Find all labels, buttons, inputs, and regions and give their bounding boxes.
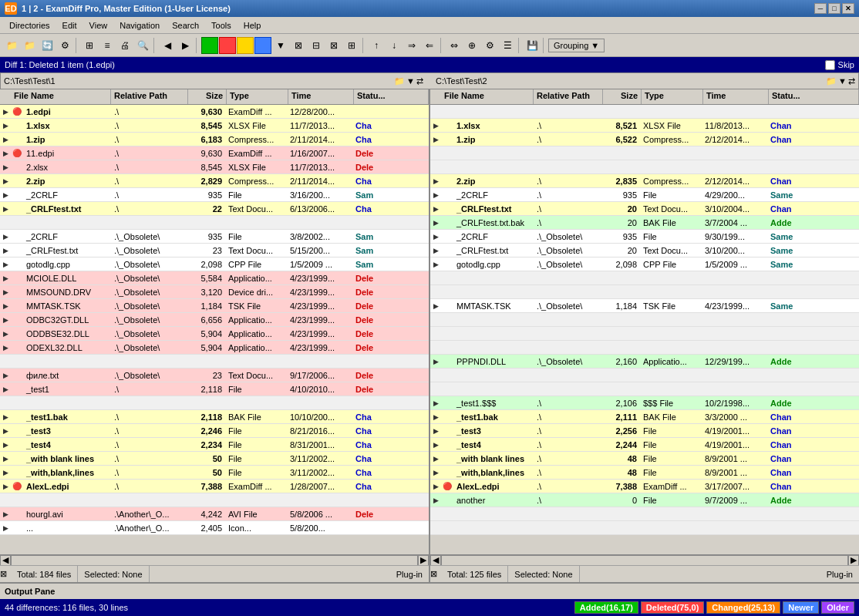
- table-row[interactable]: ▶🔴AlexL.edpi.\7,388ExamDiff ...1/28/2007…: [0, 480, 429, 493]
- table-row[interactable]: [430, 313, 859, 327]
- table-row[interactable]: ▶🔴1.edpi.\9,630ExamDiff ...12/28/200...: [0, 105, 429, 119]
- tb-open-dir2[interactable]: 📁: [21, 37, 38, 54]
- tb-filter2[interactable]: ⊠: [290, 37, 307, 54]
- grouping-button[interactable]: Grouping ▼: [548, 39, 605, 52]
- table-row[interactable]: ▶_with blank lines.\50File3/11/2002...Ch…: [0, 452, 429, 466]
- table-row[interactable]: [430, 521, 859, 535]
- left-scroll-track[interactable]: [11, 555, 418, 566]
- table-row[interactable]: ▶1.xlsx.\8,521XLSX File11/8/2013...Chan: [430, 119, 859, 133]
- deleted-badge[interactable]: Deleted(75,0): [641, 601, 704, 614]
- left-col-type[interactable]: Type: [227, 89, 288, 104]
- table-row[interactable]: ▶_test1.\2,118File4/10/2010...Dele: [0, 382, 429, 396]
- left-horiz-scroll[interactable]: ◀ ▶: [0, 554, 429, 565]
- menu-item-directories[interactable]: Directories: [3, 19, 56, 32]
- table-row[interactable]: [430, 369, 859, 382]
- table-row[interactable]: [0, 493, 429, 507]
- right-col-status[interactable]: Statu...: [769, 89, 859, 104]
- table-row[interactable]: ▶🔴AlexL.edpi.\7,388ExamDiff ...3/17/2007…: [430, 480, 859, 493]
- tb-filter4[interactable]: ⊠: [325, 37, 342, 54]
- right-col-type[interactable]: Type: [642, 89, 703, 104]
- menu-item-navigation[interactable]: Navigation: [113, 19, 166, 32]
- close-button[interactable]: ✕: [842, 3, 854, 14]
- table-row[interactable]: ▶_2CRLF.\935File3/16/200...Sam: [0, 188, 429, 202]
- left-col-relpath[interactable]: Relative Path: [111, 89, 188, 104]
- left-col-time[interactable]: Time: [288, 89, 354, 104]
- tb-prev[interactable]: ◀: [159, 37, 176, 54]
- table-row[interactable]: ▶_with,blank,lines.\50File3/11/2002...Ch…: [0, 466, 429, 480]
- table-row[interactable]: ▶_CRLFtest.txt.\20Text Docu...3/10/2004.…: [430, 202, 859, 216]
- table-row[interactable]: ▶_test1.bak.\2,118BAK File10/10/200...Ch…: [0, 410, 429, 424]
- left-col-filename[interactable]: File Name: [11, 89, 111, 104]
- left-col-status[interactable]: Statu...: [354, 89, 429, 104]
- tb-more[interactable]: ☰: [499, 37, 516, 54]
- right-path-swap-icon[interactable]: ⇄: [848, 76, 855, 86]
- table-row[interactable]: [0, 396, 429, 410]
- table-row[interactable]: ▶hourgl.avi.\Another\_O...4,242AVI File5…: [0, 507, 429, 521]
- table-row[interactable]: ▶ODDBSE32.DLL.\_Obsolete\5,904Applicatio…: [0, 327, 429, 341]
- table-row[interactable]: ▶_CRLFtest.txt.\_Obsolete\20Text Docu...…: [430, 244, 859, 258]
- right-col-filename[interactable]: File Name: [441, 89, 534, 104]
- table-row[interactable]: ▶PPPNDI.DLL.\_Obsolete\2,160Applicatio..…: [430, 355, 859, 369]
- table-row[interactable]: ▶_CRLFtest.txt.\_Obsolete\23Text Docu...…: [0, 244, 429, 258]
- minimize-button[interactable]: ─: [814, 3, 827, 14]
- tb-down[interactable]: ↓: [386, 37, 403, 54]
- right-scroll-left[interactable]: ◀: [430, 555, 441, 566]
- table-row[interactable]: ▶_with blank lines.\48File8/9/2001 ...Ch…: [430, 452, 859, 466]
- tb-filter3[interactable]: ⊟: [308, 37, 325, 54]
- menu-item-tools[interactable]: Tools: [205, 19, 237, 32]
- table-row[interactable]: ▶_CRLFtest.txt.bak.\20BAK File3/7/2004 .…: [430, 216, 859, 230]
- table-row[interactable]: ▶gotodlg.cpp.\_Obsolete\2,098CPP File1/5…: [430, 258, 859, 271]
- table-row[interactable]: ▶1.xlsx.\8,545XLSX File11/7/2013...Cha: [0, 119, 429, 133]
- tb-filter5[interactable]: ⊞: [343, 37, 360, 54]
- tb-view-toggle2[interactable]: ≡: [99, 37, 116, 54]
- tb-color-blue[interactable]: [254, 37, 271, 54]
- table-row[interactable]: ▶филе.txt.\_Obsolete\23Text Docu...9/17/…: [0, 369, 429, 382]
- table-row[interactable]: ▶ODEXL32.DLL.\_Obsolete\5,904Applicatio.…: [0, 341, 429, 355]
- table-row[interactable]: [430, 507, 859, 521]
- table-row[interactable]: [430, 146, 859, 160]
- table-row[interactable]: ▶_test4.\2,244File4/19/2001...Chan: [430, 438, 859, 452]
- menu-item-help[interactable]: Help: [237, 19, 268, 32]
- table-row[interactable]: ▶_test1.$$$.\2,106$$$ File10/2/1998...Ad…: [430, 396, 859, 410]
- table-row[interactable]: ▶_2CRLF.\935File4/29/200...Same: [430, 188, 859, 202]
- table-row[interactable]: ▶another.\0File9/7/2009 ...Adde: [430, 493, 859, 507]
- tb-settings[interactable]: ⚙: [481, 37, 498, 54]
- table-row[interactable]: ▶_2CRLF.\_Obsolete\935File3/8/2002...Sam: [0, 230, 429, 244]
- older-badge[interactable]: Older: [821, 601, 854, 614]
- tb-view-toggle1[interactable]: ⊞: [81, 37, 98, 54]
- table-row[interactable]: [430, 160, 859, 174]
- left-file-list[interactable]: ▶🔴1.edpi.\9,630ExamDiff ...12/28/200...▶…: [0, 105, 429, 554]
- added-badge[interactable]: Added(16,17): [574, 601, 638, 614]
- table-row[interactable]: ▶MMTASK.TSK.\_Obsolete\1,184TSK File4/23…: [430, 299, 859, 313]
- changed-badge[interactable]: Changed(25,13): [706, 601, 780, 614]
- table-row[interactable]: [430, 341, 859, 355]
- right-scroll-track[interactable]: [441, 555, 848, 566]
- tb-copy[interactable]: ⚙: [56, 37, 73, 54]
- table-row[interactable]: [430, 271, 859, 285]
- table-row[interactable]: ▶_test4.\2,234File8/31/2001...Cha: [0, 438, 429, 452]
- table-row[interactable]: ▶MMSOUND.DRV.\_Obsolete\3,120Device dri.…: [0, 285, 429, 299]
- tb-filter[interactable]: ▼: [272, 37, 289, 54]
- table-row[interactable]: ▶2.zip.\2,835Compress...2/12/2014...Chan: [430, 174, 859, 188]
- table-row[interactable]: ▶gotodlg.cpp.\_Obsolete\2,098CPP File1/5…: [0, 258, 429, 271]
- tb-sync[interactable]: ⇔: [446, 37, 463, 54]
- tb-color-green[interactable]: [201, 37, 218, 54]
- table-row[interactable]: ▶2.zip.\2,829Compress...2/11/2014...Cha: [0, 174, 429, 188]
- newer-badge[interactable]: Newer: [783, 601, 819, 614]
- table-row[interactable]: ▶1.zip.\6,522Compress...2/12/2014...Chan: [430, 133, 859, 146]
- tb-refresh[interactable]: 🔄: [39, 37, 56, 54]
- left-path-folder-icon[interactable]: 📁: [394, 76, 405, 86]
- table-row[interactable]: [430, 382, 859, 396]
- table-row[interactable]: [430, 327, 859, 341]
- right-path-dropdown-icon[interactable]: ▼: [838, 76, 847, 86]
- table-row[interactable]: [430, 105, 859, 119]
- tb-zoom[interactable]: 🔍: [134, 37, 151, 54]
- maximize-button[interactable]: □: [828, 3, 840, 14]
- table-row[interactable]: ▶_test1.bak.\2,111BAK File3/3/2000 ...Ch…: [430, 410, 859, 424]
- table-row[interactable]: ▶_test3.\2,256File4/19/2001...Chan: [430, 424, 859, 438]
- table-row[interactable]: ▶ODBC32GT.DLL.\_Obsolete\6,656Applicatio…: [0, 313, 429, 327]
- left-scroll-left[interactable]: ◀: [0, 555, 11, 566]
- right-horiz-scroll[interactable]: ◀ ▶: [430, 554, 859, 565]
- tb-open-dir1[interactable]: 📁: [3, 37, 20, 54]
- right-col-time[interactable]: Time: [703, 89, 769, 104]
